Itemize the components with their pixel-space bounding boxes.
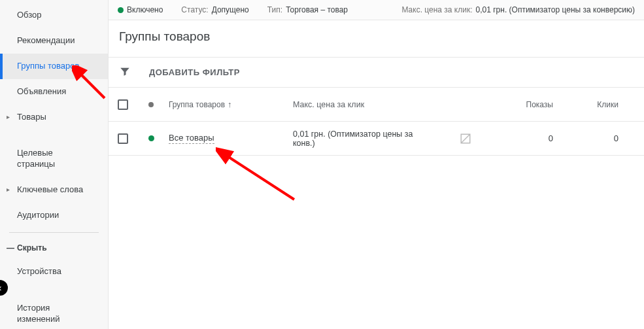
cpc-value: 0,01 грн. (Оптимизатор цены за конверсию…: [476, 5, 635, 14]
approval-status: Статус: Допущено: [181, 5, 248, 14]
filter-row: ДОБАВИТЬ ФИЛЬТР: [109, 58, 644, 88]
page-title: Группы товаров: [119, 29, 634, 44]
status-label: Статус:: [181, 5, 208, 14]
sidebar-item-product-groups[interactable]: Группы товаров: [0, 54, 108, 79]
header-shows-label: Показы: [526, 100, 553, 109]
header-checkbox-cell: [109, 99, 137, 110]
max-cpc-info: Макс. цена за клик: 0,01 грн. (Оптимизат…: [401, 5, 635, 14]
sidebar-item-audiences[interactable]: Аудитории: [0, 203, 108, 228]
select-all-checkbox[interactable]: [118, 99, 128, 110]
row-cpc[interactable]: 0,01 грн. (Оптимизатор цены за конв.): [289, 130, 433, 148]
row-clicks-value: 0: [614, 133, 619, 143]
header-shows[interactable]: Показы: [498, 100, 564, 109]
row-shows: 0: [498, 133, 564, 143]
type-label: Тип:: [267, 5, 282, 14]
row-checkbox[interactable]: [118, 133, 128, 144]
cpc-label: Макс. цена за клик:: [401, 5, 472, 14]
chevron-left-icon: ‹: [0, 283, 1, 293]
sidebar-item-keywords[interactable]: ▸ Ключевые слова: [0, 177, 108, 203]
add-filter-button[interactable]: ДОБАВИТЬ ФИЛЬТР: [149, 67, 240, 77]
sidebar-item-devices[interactable]: Устройства: [0, 259, 108, 285]
sidebar-hide-toggle[interactable]: — Скрыть: [0, 237, 108, 259]
table-row[interactable]: Все товары 0,01 грн. (Оптимизатор цены з…: [109, 122, 644, 156]
header-cpc-label: Макс. цена за клик: [293, 100, 364, 109]
top-info-bar: Включено Статус: Допущено Тип: Торговая …: [109, 0, 644, 20]
sidebar-hide-label: Скрыть: [17, 243, 47, 252]
sidebar-item-change-history[interactable]: История изменений: [0, 285, 108, 329]
table-header-row: Группа товаров ↑ Макс. цена за клик Пока…: [109, 88, 644, 122]
svg-line-1: [461, 134, 470, 143]
sidebar-item-products[interactable]: ▸ Товары: [0, 105, 108, 130]
sidebar: Обзор Рекомендации Группы товаров Объявл…: [0, 0, 109, 329]
status-enabled[interactable]: Включено: [118, 5, 163, 14]
sidebar-item-landing-pages[interactable]: Целевые страницы: [0, 130, 108, 177]
product-group-table: Группа товаров ↑ Макс. цена за клик Пока…: [109, 88, 644, 156]
no-image-icon: [460, 133, 471, 145]
minus-icon: —: [7, 243, 14, 252]
row-group[interactable]: Все товары: [165, 133, 289, 144]
filter-icon[interactable]: [119, 65, 131, 79]
sidebar-item-overview[interactable]: Обзор: [0, 3, 108, 28]
status-value: Допущено: [212, 5, 249, 14]
sort-ascending-icon: ↑: [228, 99, 232, 109]
main: Включено Статус: Допущено Тип: Торговая …: [109, 0, 644, 329]
sidebar-item-label: Товары: [17, 112, 46, 122]
row-image: [433, 133, 498, 145]
type-value: Торговая – товар: [286, 5, 348, 14]
enabled-label: Включено: [127, 5, 163, 14]
sidebar-item-label: Обзор: [17, 10, 42, 20]
header-group[interactable]: Группа товаров ↑: [165, 99, 289, 109]
status-enabled-icon: [148, 135, 154, 141]
chevron-right-icon: ▸: [7, 113, 10, 121]
chevron-right-icon: ▸: [7, 185, 10, 194]
status-column-icon: [148, 102, 154, 107]
row-checkbox-cell: [109, 133, 137, 144]
sidebar-item-ads[interactable]: Объявления: [0, 79, 108, 105]
page-title-row: Группы товаров: [109, 20, 644, 58]
sidebar-item-label: История изменений: [17, 303, 60, 324]
status-dot-icon: [118, 7, 124, 13]
header-status-cell: [137, 102, 165, 107]
row-clicks: 0: [564, 133, 629, 143]
sidebar-item-label: Рекомендации: [17, 35, 75, 45]
row-status-cell: [137, 135, 165, 141]
row-group-label: Все товары: [169, 133, 214, 144]
sidebar-item-label: Целевые страницы: [17, 148, 55, 169]
header-cpc[interactable]: Макс. цена за клик: [289, 100, 433, 109]
sidebar-divider: [9, 232, 99, 233]
row-cpc-label: 0,01 грн. (Оптимизатор цены за конв.): [293, 130, 413, 148]
sidebar-item-label: Аудитории: [17, 210, 59, 220]
sidebar-item-label: Группы товаров: [17, 61, 79, 71]
sidebar-item-label: Объявления: [17, 86, 66, 96]
header-clicks[interactable]: Клики: [564, 100, 629, 109]
row-shows-value: 0: [549, 133, 553, 143]
sidebar-item-label: Ключевые слова: [17, 184, 83, 194]
campaign-type: Тип: Торговая – товар: [267, 5, 348, 14]
sidebar-item-label: Устройства: [17, 266, 61, 276]
header-clicks-label: Клики: [597, 100, 619, 109]
sidebar-item-recommendations[interactable]: Рекомендации: [0, 28, 108, 54]
header-group-label: Группа товаров: [169, 100, 225, 109]
